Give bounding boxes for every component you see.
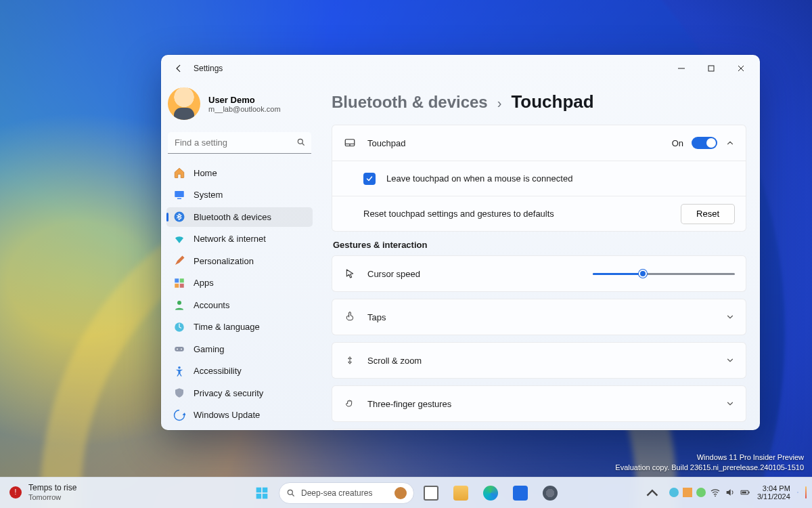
sidebar-item-time[interactable]: Time & language xyxy=(166,318,313,337)
sidebar-item-accessibility[interactable]: Accessibility xyxy=(166,362,313,381)
taps-card[interactable]: Taps xyxy=(332,299,746,335)
minimize-button[interactable] xyxy=(667,58,696,79)
person-icon xyxy=(173,299,185,311)
svg-rect-7 xyxy=(175,284,179,288)
sidebar-item-update[interactable]: Windows Update xyxy=(166,406,313,425)
taskbar-app-edge[interactable] xyxy=(478,480,503,506)
alert-icon: ! xyxy=(9,486,22,499)
taskbar-app-store[interactable] xyxy=(508,480,533,506)
taskbar-search-placeholder: Deep-sea creatures xyxy=(301,488,372,498)
sidebar-item-home[interactable]: Home xyxy=(166,163,313,183)
chevron-up-icon[interactable] xyxy=(642,483,662,503)
start-button[interactable] xyxy=(249,480,275,506)
svg-rect-6 xyxy=(180,278,184,282)
svg-rect-2 xyxy=(175,191,184,197)
leave-on-checkbox[interactable] xyxy=(363,173,376,185)
sidebar: User Demo m__lab@outlook.com Home System xyxy=(161,82,318,430)
settings-window: Settings User Demo m__lab@outlook.com xyxy=(161,55,760,430)
sidebar-item-label: Apps xyxy=(194,278,214,288)
chevron-right-icon: › xyxy=(497,96,502,111)
onedrive-icon xyxy=(696,488,706,497)
svg-rect-3 xyxy=(177,198,181,199)
arrow-left-icon xyxy=(174,64,183,73)
touchpad-toggle[interactable] xyxy=(692,137,717,149)
breadcrumb-parent[interactable]: Bluetooth & devices xyxy=(332,93,488,112)
breadcrumb: Bluetooth & devices › Touchpad xyxy=(332,82,746,125)
bluetooth-icon xyxy=(173,211,185,223)
insider-watermark: Windows 11 Pro Insider Preview Evaluatio… xyxy=(615,452,804,473)
globe-clock-icon xyxy=(173,321,185,333)
svg-rect-17 xyxy=(263,487,268,492)
touchpad-state-label: On xyxy=(672,138,683,148)
apps-icon xyxy=(173,277,185,289)
back-button[interactable] xyxy=(168,58,189,79)
avatar xyxy=(168,87,200,120)
leave-on-row[interactable]: Leave touchpad on when a mouse is connec… xyxy=(332,161,746,196)
sidebar-item-label: Network & internet xyxy=(194,234,266,244)
search-icon xyxy=(286,488,296,498)
three-finger-card[interactable]: Three-finger gestures xyxy=(332,385,746,422)
app-title: Settings xyxy=(194,64,223,73)
hand-icon xyxy=(343,398,357,409)
folder-icon xyxy=(453,486,468,501)
touchpad-card: Touchpad On Leave touchpad on when a mou… xyxy=(332,125,746,232)
svg-rect-0 xyxy=(708,66,714,71)
search-icon xyxy=(296,137,306,147)
svg-point-9 xyxy=(177,301,181,305)
taps-label: Taps xyxy=(367,312,715,322)
tap-icon xyxy=(343,312,357,322)
sidebar-item-privacy[interactable]: Privacy & security xyxy=(166,383,313,403)
taskbar-clock[interactable]: 3:04 PM 3/11/2024 xyxy=(757,484,790,501)
battery-icon xyxy=(740,487,750,498)
sidebar-item-bluetooth[interactable]: Bluetooth & devices xyxy=(166,207,313,227)
notifications-icon[interactable] xyxy=(797,487,798,498)
scroll-zoom-card[interactable]: Scroll & zoom xyxy=(332,342,746,379)
taskbar-app-settings[interactable] xyxy=(537,480,563,506)
sidebar-item-label: Time & language xyxy=(194,322,260,332)
taskbar-search[interactable]: Deep-sea creatures xyxy=(279,482,414,504)
svg-rect-11 xyxy=(175,347,184,352)
touchpad-toggle-row[interactable]: Touchpad On xyxy=(332,125,746,161)
system-tray[interactable] xyxy=(669,487,750,498)
search-container xyxy=(168,132,311,154)
sidebar-item-personalization[interactable]: Personalization xyxy=(166,251,313,271)
update-icon xyxy=(173,409,185,421)
cursor-speed-label: Cursor speed xyxy=(367,269,582,279)
system-icon xyxy=(173,189,185,201)
sidebar-item-label: Bluetooth & devices xyxy=(194,212,271,222)
taskbar-app-explorer[interactable] xyxy=(448,480,474,506)
leave-on-label: Leave touchpad on when a mouse is connec… xyxy=(386,173,735,184)
maximize-button[interactable] xyxy=(696,58,726,79)
taskbar-weather[interactable]: ! Temps to rise Tomorrow xyxy=(0,484,86,501)
svg-point-1 xyxy=(298,139,302,144)
taskbar: ! Temps to rise Tomorrow Deep-sea creatu… xyxy=(0,477,812,508)
copilot-icon[interactable] xyxy=(805,486,807,499)
svg-rect-19 xyxy=(263,493,268,499)
weather-sub: Tomorrow xyxy=(28,493,76,502)
accessibility-icon xyxy=(173,365,185,377)
svg-rect-24 xyxy=(742,492,746,494)
sidebar-item-accounts[interactable]: Accounts xyxy=(166,295,313,315)
sidebar-item-gaming[interactable]: Gaming xyxy=(166,339,313,359)
sidebar-item-label: Home xyxy=(194,168,217,178)
svg-point-21 xyxy=(715,496,716,497)
sidebar-item-system[interactable]: System xyxy=(166,186,313,205)
svg-point-20 xyxy=(288,490,292,494)
cursor-speed-slider[interactable] xyxy=(593,268,735,280)
chevron-down-icon xyxy=(725,356,735,365)
content-area: Bluetooth & devices › Touchpad Touchpad … xyxy=(318,82,760,430)
sidebar-item-label: Personalization xyxy=(194,256,254,266)
sidebar-item-apps[interactable]: Apps xyxy=(166,274,313,293)
svg-rect-23 xyxy=(748,492,749,494)
reset-button[interactable]: Reset xyxy=(681,204,735,224)
sidebar-item-network[interactable]: Network & internet xyxy=(166,230,313,249)
windows-icon xyxy=(255,486,269,500)
close-button[interactable] xyxy=(726,58,756,79)
chevron-down-icon xyxy=(725,312,735,322)
four-finger-card[interactable]: Four-finger gestures xyxy=(332,429,746,430)
search-input[interactable] xyxy=(168,132,311,154)
tray-icon xyxy=(683,488,692,497)
svg-point-12 xyxy=(177,349,178,350)
task-view-button[interactable] xyxy=(418,480,444,506)
profile[interactable]: User Demo m__lab@outlook.com xyxy=(166,85,313,128)
